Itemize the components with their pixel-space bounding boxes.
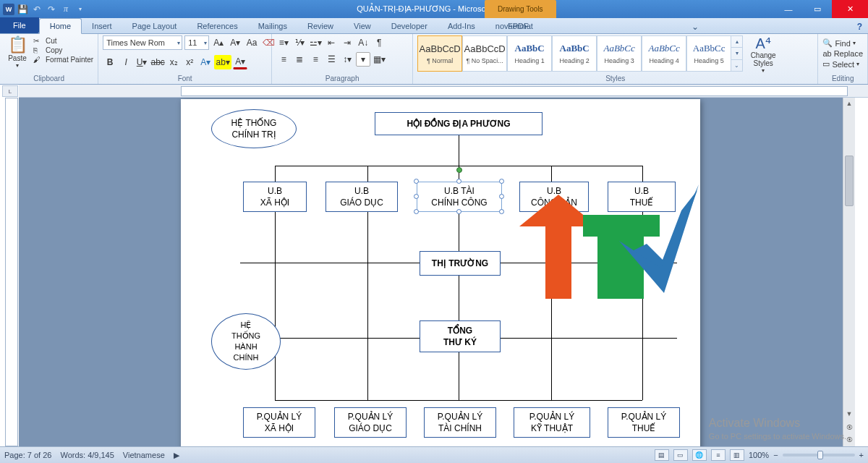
shrink-font-button[interactable]: A▾ bbox=[228, 35, 242, 50]
view-tab[interactable]: View bbox=[344, 19, 381, 33]
select-button[interactable]: ▭Select▾ bbox=[822, 59, 859, 69]
selection-handle[interactable] bbox=[456, 209, 461, 214]
language-status[interactable]: Vietnamese bbox=[123, 451, 165, 459]
find-button[interactable]: 🔍Find▾ bbox=[822, 38, 855, 48]
style-heading3[interactable]: AaBbCcHeading 3 bbox=[597, 35, 642, 72]
review-tab[interactable]: Review bbox=[297, 19, 344, 33]
font-color-button[interactable]: A▾ bbox=[233, 55, 247, 69]
underline-button[interactable]: U▾ bbox=[135, 55, 149, 69]
decrease-indent-button[interactable]: ⇤ bbox=[324, 35, 339, 50]
selection-handle[interactable] bbox=[414, 209, 419, 214]
prev-page-button[interactable]: ⦿ bbox=[843, 422, 855, 434]
zoom-out-button[interactable]: − bbox=[773, 451, 778, 459]
selection-handle[interactable] bbox=[499, 179, 504, 184]
zoom-slider[interactable] bbox=[783, 454, 855, 456]
shape-ub-giao-duc[interactable]: U.B GIÁO DỤC bbox=[326, 182, 398, 212]
shape-ub-thue[interactable]: U.B THUẾ bbox=[608, 182, 676, 212]
vertical-scrollbar[interactable]: ▲ ▼ ⦿ ⦿ bbox=[843, 98, 855, 446]
outline-view[interactable]: ≡ bbox=[711, 449, 726, 461]
zoom-in-button[interactable]: + bbox=[859, 451, 864, 459]
page-status[interactable]: Page: 7 of 26 bbox=[4, 451, 51, 459]
format-tab[interactable]: Format bbox=[498, 19, 543, 33]
paste-button[interactable]: 📋 Paste ▾ bbox=[4, 35, 30, 69]
qat-dropdown-icon[interactable]: ▾ bbox=[74, 3, 87, 16]
line-spacing-button[interactable]: ↕▾ bbox=[340, 52, 354, 67]
justify-button[interactable]: ☰ bbox=[324, 52, 339, 67]
copy-button[interactable]: ⎘Copy bbox=[33, 46, 93, 54]
scroll-thumb[interactable] bbox=[845, 156, 854, 206]
web-view[interactable]: 🌐 bbox=[692, 449, 707, 461]
numbering-button[interactable]: ⅟▾ bbox=[292, 35, 307, 50]
shape-he-thong-hanh-chinh[interactable]: HỆ THỐNG HÀNH CHÍNH bbox=[211, 313, 281, 370]
align-left-button[interactable]: ≡ bbox=[276, 52, 291, 67]
text-effects-button[interactable]: A▾ bbox=[198, 55, 213, 69]
ruler-corner[interactable]: L bbox=[2, 85, 18, 97]
selection-handle[interactable] bbox=[499, 209, 504, 214]
print-layout-view[interactable]: ▤ bbox=[655, 449, 669, 461]
borders-button[interactable]: ▦▾ bbox=[372, 52, 386, 67]
style-normal[interactable]: AaBbCcD¶ Normal bbox=[417, 35, 462, 72]
shape-p-giao-duc[interactable]: P.QUẢN LÝ GIÁO DỤC bbox=[334, 407, 407, 438]
change-styles-button[interactable]: A⁴ Change Styles ▾ bbox=[746, 35, 780, 74]
font-name-dropdown[interactable]: Times New Rom bbox=[103, 35, 182, 50]
developer-tab[interactable]: Developer bbox=[381, 19, 438, 33]
font-size-dropdown[interactable]: 11 bbox=[184, 35, 209, 50]
shape-ub-cong-san[interactable]: U.B CÔNG SẢN bbox=[519, 182, 589, 212]
shape-tong-thu-ky[interactable]: TỔNG THƯ KÝ bbox=[420, 320, 501, 352]
help-icon[interactable]: ? bbox=[851, 20, 868, 33]
style-no-spacing[interactable]: AaBbCcD¶ No Spaci... bbox=[462, 35, 507, 72]
shape-p-ky-thuat[interactable]: P.QUẢN LÝ KỸ THUẬT bbox=[514, 407, 590, 438]
document-area[interactable]: HỆ THỐNG CHÍNH TRỊ HỘI ĐỒNG ĐỊA PHƯƠNG U… bbox=[19, 98, 855, 446]
superscript-button[interactable]: x² bbox=[182, 55, 197, 69]
home-tab[interactable]: Home bbox=[39, 18, 82, 34]
bullets-button[interactable]: ≡▾ bbox=[276, 35, 291, 50]
grow-font-button[interactable]: A▴ bbox=[211, 35, 226, 50]
macro-icon[interactable]: ▶ bbox=[174, 451, 179, 460]
addins-tab[interactable]: Add-Ins bbox=[438, 19, 485, 33]
draft-view[interactable]: ▥ bbox=[730, 449, 744, 461]
shape-p-thue[interactable]: P.QUẢN LÝ THUẾ bbox=[608, 407, 680, 438]
align-right-button[interactable]: ≡ bbox=[308, 52, 323, 67]
change-case-button[interactable]: Aa bbox=[244, 35, 259, 50]
vertical-ruler[interactable] bbox=[5, 98, 18, 446]
insert-tab[interactable]: Insert bbox=[82, 19, 122, 33]
shape-p-tai-chinh[interactable]: P.QUẢN LÝ TÀI CHÍNH bbox=[424, 407, 496, 438]
shape-he-thong-chinh-tri[interactable]: HỆ THỐNG CHÍNH TRỊ bbox=[211, 109, 297, 148]
subscript-button[interactable]: x₂ bbox=[166, 55, 181, 69]
style-heading5[interactable]: AaBbCcHeading 5 bbox=[686, 35, 731, 72]
word-count[interactable]: Words: 4/9,145 bbox=[60, 451, 114, 459]
bold-button[interactable]: B bbox=[103, 55, 117, 69]
shape-ub-xa-hoi[interactable]: U.B XÃ HỘI bbox=[243, 182, 307, 212]
shape-ub-tai-chinh-selected[interactable]: U.B TÀI CHÍNH CÔNG bbox=[417, 182, 502, 212]
maximize-button[interactable]: ▭ bbox=[803, 0, 832, 18]
style-heading2[interactable]: AaBbCHeading 2 bbox=[552, 35, 597, 72]
strikethrough-button[interactable]: abc bbox=[150, 55, 165, 69]
multilevel-button[interactable]: ⚍▾ bbox=[308, 35, 323, 50]
scroll-up-button[interactable]: ▲ bbox=[843, 98, 855, 110]
replace-button[interactable]: abReplace bbox=[822, 49, 863, 58]
file-tab[interactable]: File bbox=[0, 17, 39, 33]
references-tab[interactable]: References bbox=[187, 19, 247, 33]
cut-button[interactable]: ✂Cut bbox=[33, 37, 93, 45]
styles-gallery-more[interactable]: ▴▾⌄ bbox=[731, 35, 743, 72]
next-page-button[interactable]: ⦿ bbox=[843, 434, 855, 446]
style-heading1[interactable]: AaBbCHeading 1 bbox=[507, 35, 552, 72]
mailings-tab[interactable]: Mailings bbox=[248, 19, 297, 33]
scroll-down-button[interactable]: ▼ bbox=[843, 408, 855, 420]
highlight-button[interactable]: ab▾ bbox=[214, 55, 231, 69]
redo-icon[interactable]: ↷ bbox=[45, 3, 58, 16]
undo-icon[interactable]: ↶ bbox=[30, 3, 43, 16]
horizontal-ruler[interactable] bbox=[19, 85, 868, 98]
selection-handle[interactable] bbox=[499, 194, 504, 199]
fullscreen-view[interactable]: ▭ bbox=[673, 449, 688, 461]
shape-hoi-dong[interactable]: HỘI ĐỒNG ĐỊA PHƯƠNG bbox=[375, 112, 542, 135]
selection-handle[interactable] bbox=[414, 194, 419, 199]
shape-thi-truong[interactable]: THỊ TRƯỜNG bbox=[420, 251, 501, 276]
save-icon[interactable]: 💾 bbox=[16, 3, 29, 16]
italic-button[interactable]: I bbox=[119, 55, 133, 69]
page-layout-tab[interactable]: Page Layout bbox=[122, 19, 187, 33]
zoom-knob[interactable] bbox=[817, 451, 823, 459]
rotation-handle[interactable] bbox=[456, 167, 462, 173]
close-button[interactable]: ✕ bbox=[832, 0, 868, 18]
show-marks-button[interactable]: ¶ bbox=[372, 35, 386, 50]
